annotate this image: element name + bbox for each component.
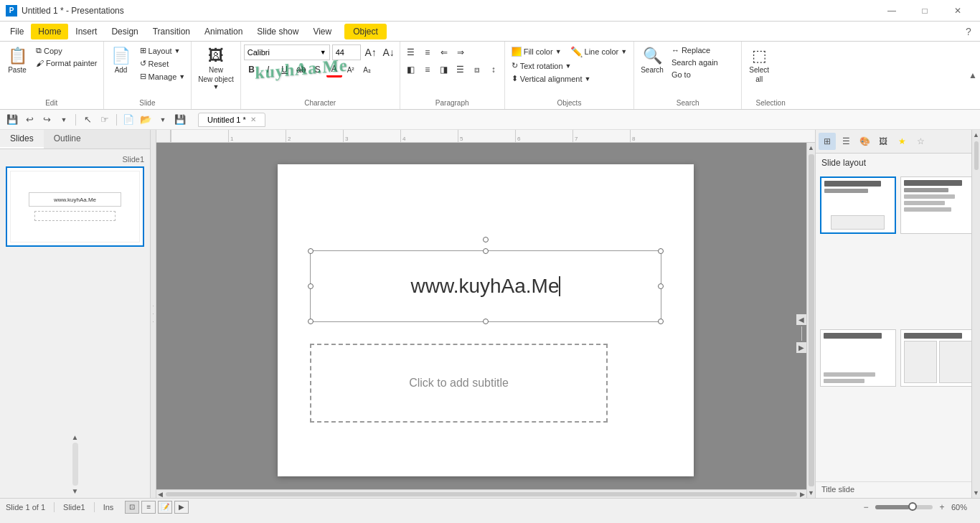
canvas-hscroll-thumb[interactable]	[166, 492, 797, 496]
handle-tr[interactable]	[658, 248, 664, 254]
strikethrough-button[interactable]: ab	[293, 62, 309, 77]
menu-home[interactable]: Home	[31, 24, 68, 39]
columns-button[interactable]: ⧈	[469, 62, 485, 77]
manage-button[interactable]: ⊟ Manage ▼	[137, 70, 189, 83]
panel-collapse-handle[interactable]: · · ·	[151, 130, 156, 498]
goto-button[interactable]: Go to	[669, 69, 721, 80]
bullets-button[interactable]: ☰	[403, 44, 419, 60]
line-color-button[interactable]: ✏️ Line color ▼	[567, 44, 631, 59]
menu-animation[interactable]: Animation	[197, 24, 250, 39]
handle-bm[interactable]	[483, 319, 489, 324]
canvas-area[interactable]: 1 2 3 4 5 6 7 8	[156, 130, 815, 498]
align-right-button[interactable]: ◨	[436, 62, 452, 77]
close-button[interactable]: ✕	[941, 0, 974, 22]
title-textbox[interactable]: www.kuyhAa.Me	[310, 250, 661, 322]
rp-bg-btn[interactable]: 🖼	[875, 133, 892, 150]
prev-slide-btn[interactable]: ◀	[796, 314, 806, 325]
rp-list-btn[interactable]: ☰	[837, 133, 854, 150]
align-left-button[interactable]: ◧	[403, 62, 419, 77]
new-object-button[interactable]: 🖼 New New object ▼	[194, 44, 237, 92]
italic-button[interactable]: I	[260, 62, 276, 77]
normal-view-btn[interactable]: ⊡	[125, 501, 139, 514]
panel-scroll-down[interactable]: ▼	[72, 487, 79, 495]
font-color-button[interactable]: A	[326, 62, 342, 77]
canvas-vscroll[interactable]: ▲ ▼	[806, 143, 815, 498]
handle-tl[interactable]	[308, 248, 314, 254]
copy-button[interactable]: ⧉ Copy	[33, 44, 100, 57]
save2-btn[interactable]: 💾	[172, 112, 188, 128]
bold-button[interactable]: B	[244, 62, 260, 77]
title-text-content[interactable]: www.kuyhAa.Me	[311, 251, 661, 321]
qa-dropdown-button[interactable]: ▼	[56, 112, 72, 128]
font-size-input[interactable]: 44	[332, 44, 361, 60]
zoom-slider-thumb[interactable]	[908, 502, 917, 511]
paste-button[interactable]: 📋 Paste	[3, 44, 32, 75]
rp-grid-btn[interactable]: ⊞	[819, 133, 836, 150]
zoom-in-btn[interactable]: +	[936, 501, 948, 514]
layout-title-only[interactable]	[900, 176, 976, 234]
shadow-button[interactable]: S	[310, 62, 326, 77]
hand-btn[interactable]: ☞	[97, 112, 113, 128]
document-tab[interactable]: Untitled 1 * ✕	[198, 113, 265, 127]
panel-scroll-up[interactable]: ▲	[72, 433, 79, 441]
handle-bl[interactable]	[308, 319, 314, 324]
canvas-vscroll-thumb[interactable]	[809, 154, 814, 486]
cursor-btn[interactable]: ↖	[80, 112, 95, 128]
text-rotation-button[interactable]: ↻ Text rotation ▼	[508, 60, 575, 72]
open-dropdown-btn[interactable]: ▼	[155, 112, 171, 128]
notes-view-btn[interactable]: 📝	[158, 501, 172, 514]
rp-theme-btn[interactable]: 🎨	[856, 133, 873, 150]
reset-button[interactable]: ↺ Reset	[137, 57, 189, 70]
increase-indent-button[interactable]: ⇒	[453, 44, 468, 60]
save-button[interactable]: 💾	[4, 112, 20, 128]
right-panel-vscroll[interactable]: ▲ ▼	[971, 130, 980, 498]
zoom-slider[interactable]	[875, 505, 933, 509]
fill-color-button[interactable]: Fill color ▼	[508, 45, 565, 58]
font-name-selector[interactable]: Calibri ▼	[244, 44, 330, 60]
outline-tab[interactable]: Outline	[44, 130, 91, 149]
menu-object[interactable]: Object	[344, 24, 387, 39]
layout-button[interactable]: ⊞ Layout ▼	[137, 44, 189, 57]
rotate-handle[interactable]	[483, 237, 489, 242]
justify-button[interactable]: ☰	[453, 62, 468, 77]
layout-two-content[interactable]	[900, 329, 976, 387]
slide-thumbnail-1[interactable]: www.kuyhAa.Me	[6, 166, 144, 247]
superscript-button[interactable]: A²	[343, 62, 359, 77]
menu-insert[interactable]: Insert	[68, 24, 104, 39]
underline-button[interactable]: U	[277, 62, 293, 77]
menu-transition[interactable]: Transition	[146, 24, 197, 39]
slide-canvas[interactable]: www.kuyhAa.Me Click to add subtitle	[278, 164, 694, 476]
menu-view[interactable]: View	[306, 24, 339, 39]
slides-tab[interactable]: Slides	[0, 130, 44, 149]
line-spacing-button[interactable]: ↕	[486, 62, 501, 77]
minimize-button[interactable]: —	[875, 0, 908, 22]
canvas-vscroll-down[interactable]: ▼	[806, 488, 815, 498]
canvas-hscroll-right[interactable]: ▶	[798, 491, 806, 498]
font-increase-button[interactable]: A↑	[363, 44, 379, 60]
add-slide-button[interactable]: 📄 Add	[107, 44, 136, 75]
canvas-hscroll[interactable]: ◀ ▶	[156, 489, 806, 498]
next-slide-btn[interactable]: ▶	[796, 342, 806, 353]
select-button[interactable]: ⬚ Select all	[745, 44, 773, 85]
rp-star-btn[interactable]: ★	[893, 133, 910, 150]
search-button[interactable]: 🔍 Search	[637, 44, 667, 75]
handle-tm[interactable]	[483, 248, 489, 254]
rp-star2-btn[interactable]: ☆	[912, 133, 929, 150]
undo-button[interactable]: ↩	[22, 112, 37, 128]
decrease-indent-button[interactable]: ⇐	[436, 44, 452, 60]
layout-title-content[interactable]	[820, 176, 896, 234]
handle-br[interactable]	[658, 319, 664, 324]
redo-button[interactable]: ↪	[39, 112, 55, 128]
panel-scrollbar[interactable]	[72, 443, 78, 486]
menu-file[interactable]: File	[3, 24, 31, 39]
subscript-button[interactable]: A₂	[359, 62, 375, 77]
handle-mr[interactable]	[658, 283, 664, 289]
font-decrease-button[interactable]: A↓	[381, 44, 397, 60]
rp-scroll-thumb[interactable]	[974, 141, 979, 170]
handle-ml[interactable]	[308, 283, 314, 289]
subtitle-textbox[interactable]: Click to add subtitle	[310, 344, 608, 423]
help-button[interactable]: ?	[960, 23, 977, 40]
rp-scroll-up[interactable]: ▲	[971, 130, 980, 140]
numbered-list-button[interactable]: ≡	[420, 44, 435, 60]
search-again-button[interactable]: Search again	[669, 57, 721, 68]
